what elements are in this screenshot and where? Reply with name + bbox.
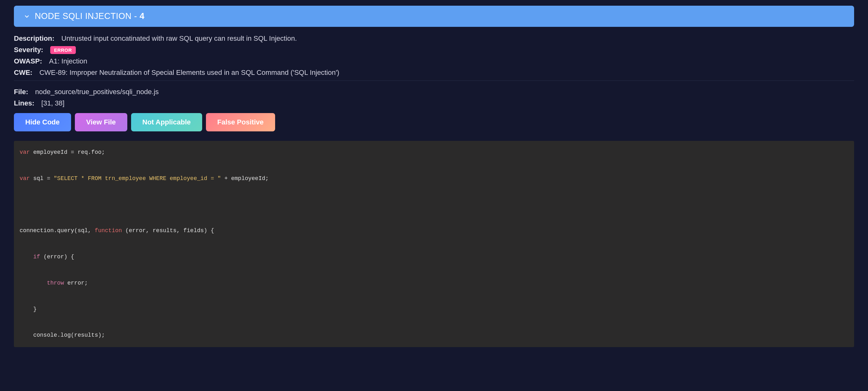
cwe-label: CWE: <box>14 69 33 77</box>
file-value: node_source/true_positives/sqli_node.js <box>35 88 159 96</box>
description-label: Description: <box>14 34 54 43</box>
file-label: File: <box>14 88 28 96</box>
divider <box>14 80 854 81</box>
owasp-value: A1: Injection <box>49 57 87 65</box>
view-file-button[interactable]: View File <box>75 113 127 131</box>
severity-badge: ERROR <box>50 46 76 54</box>
not-applicable-button[interactable]: Not Applicable <box>131 113 202 131</box>
false-positive-button[interactable]: False Positive <box>206 113 275 131</box>
cwe-value: CWE-89: Improper Neutralization of Speci… <box>39 69 340 77</box>
hide-code-button[interactable]: Hide Code <box>14 113 71 131</box>
finding-header[interactable]: NODE SQLI INJECTION - 4 <box>14 6 854 27</box>
finding-title: NODE SQLI INJECTION - 4 <box>35 11 145 21</box>
owasp-label: OWASP: <box>14 57 42 65</box>
code-snippet: var employeeId = req.foo; var sql = "SEL… <box>14 141 854 347</box>
lines-value: [31, 38] <box>41 99 64 107</box>
finding-meta: Description: Untrusted input concatinate… <box>14 27 854 137</box>
lines-label: Lines: <box>14 99 34 107</box>
severity-label: Severity: <box>14 46 43 54</box>
action-buttons: Hide Code View File Not Applicable False… <box>14 113 854 131</box>
chevron-down-icon <box>23 13 30 20</box>
description-value: Untrusted input concatinated with raw SQ… <box>61 34 297 43</box>
